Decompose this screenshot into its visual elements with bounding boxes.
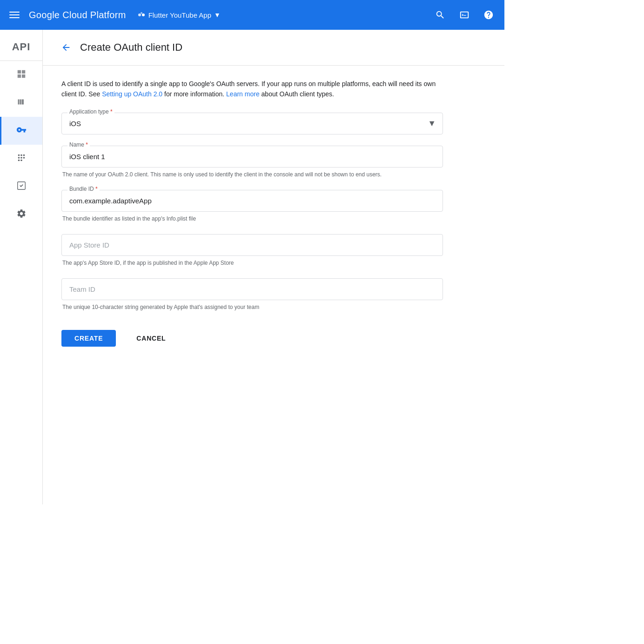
sidebar-item-domain-verification[interactable] bbox=[0, 145, 42, 173]
bundle-id-hint: The bundle identifier as listed in the a… bbox=[61, 215, 443, 223]
svg-point-10 bbox=[20, 159, 22, 161]
app-store-id-input[interactable] bbox=[62, 235, 443, 255]
name-field: Name * The name of your OAuth 2.0 client… bbox=[61, 146, 443, 179]
svg-point-0 bbox=[138, 13, 141, 16]
learn-more-link[interactable]: Learn more bbox=[226, 90, 260, 98]
page-title: Create OAuth client ID bbox=[80, 41, 182, 54]
application-type-select-wrapper: Application type * iOS Android Web appli… bbox=[61, 113, 443, 134]
domain-verification-icon bbox=[16, 153, 27, 165]
application-type-select[interactable]: iOS Android Web application Desktop app … bbox=[62, 113, 443, 134]
main-content: Create OAuth client ID A client ID is us… bbox=[43, 30, 504, 504]
svg-point-6 bbox=[18, 157, 20, 159]
sidebar-item-settings[interactable] bbox=[0, 201, 42, 228]
name-hint: The name of your OAuth 2.0 client. This … bbox=[61, 170, 443, 179]
cancel-button[interactable]: CANCEL bbox=[123, 330, 179, 347]
svg-point-4 bbox=[20, 154, 22, 156]
library-icon bbox=[16, 97, 27, 109]
description-text: A client ID is used to identify a single… bbox=[61, 79, 443, 100]
project-selector[interactable]: Flutter YouTube App ▼ bbox=[137, 11, 221, 19]
sidebar-item-credentials[interactable] bbox=[0, 117, 42, 145]
usage-agreements-icon bbox=[16, 181, 27, 193]
team-id-field: The unique 10-character string generated… bbox=[61, 278, 443, 311]
svg-point-5 bbox=[23, 154, 25, 156]
svg-point-2 bbox=[141, 12, 142, 14]
sidebar-item-usage-agreements[interactable] bbox=[0, 173, 42, 201]
menu-button[interactable] bbox=[7, 10, 21, 20]
main-layout: API bbox=[0, 30, 504, 504]
app-store-id-field: The app's App Store ID, if the app is pu… bbox=[61, 234, 443, 267]
brand-name: Google Cloud Platform bbox=[29, 10, 126, 20]
help-button[interactable] bbox=[480, 7, 497, 23]
name-input[interactable] bbox=[62, 146, 443, 167]
create-button[interactable]: CREATE bbox=[61, 330, 116, 347]
bundle-id-label: Bundle ID * bbox=[67, 186, 100, 192]
project-icon bbox=[137, 11, 146, 19]
form-actions: CREATE CANCEL bbox=[61, 330, 480, 347]
svg-point-8 bbox=[23, 157, 25, 159]
bundle-id-field: Bundle ID * The bundle identifier as lis… bbox=[61, 190, 443, 223]
svg-point-3 bbox=[18, 154, 20, 156]
top-nav: Google Cloud Platform Flutter YouTube Ap… bbox=[0, 0, 504, 30]
team-id-hint: The unique 10-character string generated… bbox=[61, 303, 443, 311]
name-input-wrapper: Name * bbox=[61, 146, 443, 168]
settings-icon bbox=[16, 208, 27, 221]
search-button[interactable] bbox=[432, 7, 449, 23]
application-type-label: Application type * bbox=[67, 108, 114, 115]
page-header: Create OAuth client ID bbox=[43, 30, 504, 66]
project-name: Flutter YouTube App bbox=[148, 11, 211, 19]
team-id-input-wrapper bbox=[61, 278, 443, 300]
cloud-shell-button[interactable] bbox=[456, 7, 473, 23]
app-store-id-input-wrapper bbox=[61, 234, 443, 256]
credentials-icon bbox=[16, 125, 27, 137]
sidebar-item-library[interactable] bbox=[0, 89, 42, 117]
application-type-field: Application type * iOS Android Web appli… bbox=[61, 113, 443, 134]
svg-point-1 bbox=[142, 13, 145, 16]
bundle-id-input-wrapper: Bundle ID * bbox=[61, 190, 443, 212]
app-store-id-hint: The app's App Store ID, if the app is pu… bbox=[61, 259, 443, 267]
bundle-id-input[interactable] bbox=[62, 190, 443, 211]
api-logo: API bbox=[0, 35, 42, 61]
team-id-input[interactable] bbox=[62, 279, 443, 300]
svg-point-7 bbox=[20, 157, 22, 159]
nav-actions bbox=[432, 7, 497, 23]
oauth-link[interactable]: Setting up OAuth 2.0 bbox=[102, 90, 162, 98]
name-label: Name * bbox=[67, 141, 90, 148]
sidebar: API bbox=[0, 30, 43, 504]
svg-point-9 bbox=[18, 159, 20, 161]
chevron-down-icon: ▼ bbox=[214, 11, 221, 19]
sidebar-item-dashboard[interactable] bbox=[0, 61, 42, 89]
form-area: A client ID is used to identify a single… bbox=[43, 66, 499, 365]
back-button[interactable] bbox=[58, 39, 74, 56]
dashboard-icon bbox=[16, 69, 27, 81]
